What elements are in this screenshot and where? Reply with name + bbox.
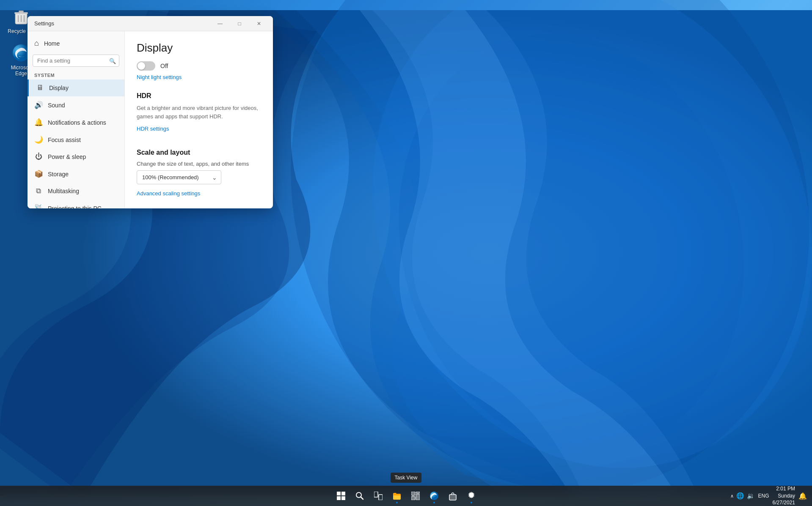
settings-sidebar: ⌂ Home 🔍 System 🖥 Display 🔊 Sound [28,31,125,208]
night-light-status: Off [160,63,168,69]
notification-center-button[interactable]: 🔔 [798,492,807,500]
taskbar-store[interactable] [444,487,461,504]
taskbar: ∧ 🌐 🔉 ENG 2:01 PM Sunday 6/27/2021 🔔 [0,486,812,506]
sidebar-item-display-label: Display [49,85,69,91]
task-view-tooltip: Task View [391,473,422,483]
taskbar-center [333,487,480,504]
sidebar-item-notifications-label: Notifications & actions [48,119,106,126]
task-view-button-wrapper [370,487,387,504]
network-icon[interactable]: 🌐 [736,492,744,500]
taskbar-right: ∧ 🌐 🔉 ENG 2:01 PM Sunday 6/27/2021 🔔 [730,485,812,506]
file-explorer-button-wrapper [388,487,405,504]
sidebar-item-multitasking-label: Multitasking [48,188,79,194]
clock-day: Sunday [773,492,795,500]
window-controls: — □ ✕ [210,16,269,31]
svg-rect-12 [341,492,345,495]
sidebar-item-projecting[interactable]: 📡 Projecting to this PC [28,200,124,208]
svg-rect-6 [19,11,24,12]
expand-tray-icon[interactable]: ∧ [730,493,734,499]
hdr-settings-link[interactable]: HDR settings [137,126,169,132]
storage-icon: 📦 [34,170,43,178]
desktop: Recycle Bin Microsoft Edge [0,0,812,506]
svg-rect-17 [374,492,378,497]
window-titlebar: Settings — □ ✕ [28,16,273,31]
store-button-wrapper [444,487,461,504]
taskbar-widgets[interactable] [407,487,424,504]
task-view-button[interactable] [370,487,387,504]
search-button-wrapper [351,487,368,504]
multitasking-icon: ⧉ [34,187,43,195]
sidebar-home[interactable]: ⌂ Home [28,35,124,52]
home-icon: ⌂ [34,39,39,48]
night-light-toggle[interactable] [137,61,155,71]
taskbar-search-button[interactable] [351,487,368,504]
settings-window: Settings — □ ✕ ⌂ Home 🔍 [28,16,273,208]
settings-active-dot [471,502,472,503]
svg-rect-13 [337,496,341,500]
scale-section: Scale and layout Change the size of text… [137,149,261,205]
maximize-button[interactable]: □ [230,16,249,31]
close-button[interactable]: ✕ [249,16,269,31]
sidebar-section-system: System [28,69,124,79]
minimize-button[interactable]: — [210,16,230,31]
file-explorer-active-dot [396,502,398,503]
clock-date: 6/27/2021 [773,499,795,506]
sidebar-item-focus-assist[interactable]: 🌙 Focus assist [28,131,124,148]
svg-rect-5 [14,12,28,14]
sidebar-home-label: Home [44,40,60,47]
advanced-scaling-link[interactable]: Advanced scaling settings [137,190,200,197]
display-icon: 🖥 [36,84,44,92]
widgets-button-wrapper [407,487,424,504]
sidebar-item-power-sleep[interactable]: ⏻ Power & sleep [28,148,124,165]
svg-rect-20 [411,492,415,495]
page-title: Display [137,41,261,55]
night-light-row: Off [137,61,261,71]
night-light-settings-link[interactable]: Night light settings [137,74,182,80]
power-icon: ⏻ [34,153,43,161]
clock-time: 2:01 PM [773,485,795,492]
sidebar-item-display[interactable]: 🖥 Display [28,79,124,96]
language-indicator[interactable]: ENG [758,493,769,499]
scale-dropdown[interactable]: 100% (Recommended) 125% 150% 175% 200% [137,170,221,184]
sidebar-item-storage-label: Storage [48,171,69,178]
svg-rect-14 [341,496,345,500]
search-icon: 🔍 [109,57,116,64]
edge-active-dot [433,502,435,503]
sidebar-item-sound-label: Sound [48,102,65,109]
hdr-section: HDR Get a brighter and more vibrant pict… [137,92,261,140]
taskbar-clock[interactable]: 2:01 PM Sunday 6/27/2021 [773,485,795,506]
hdr-title: HDR [137,92,261,100]
svg-line-16 [361,497,363,499]
scale-title: Scale and layout [137,149,261,156]
sidebar-search-input[interactable] [33,55,119,67]
sidebar-item-storage[interactable]: 📦 Storage [28,165,124,183]
scale-change-label: Change the size of text, apps, and other… [137,161,261,167]
svg-rect-18 [379,495,383,500]
focus-assist-icon: 🌙 [34,135,43,144]
svg-rect-25 [449,495,456,500]
sidebar-item-notifications[interactable]: 🔔 Notifications & actions [28,114,124,131]
window-title: Settings [34,20,54,27]
sound-icon: 🔊 [34,101,43,109]
volume-icon[interactable]: 🔉 [747,492,755,500]
projecting-icon: 📡 [34,204,43,208]
hdr-description: Get a brighter and more vibrant picture … [137,104,261,120]
svg-rect-22 [416,494,420,500]
svg-rect-23 [411,496,415,500]
svg-rect-11 [337,492,341,495]
sidebar-item-projecting-label: Projecting to this PC [48,205,102,209]
settings-button-wrapper [463,487,480,504]
scale-dropdown-wrapper: 100% (Recommended) 125% 150% 175% 200% [137,170,221,184]
start-button[interactable] [333,487,350,504]
sidebar-item-focus-label: Focus assist [48,137,81,143]
svg-rect-21 [416,492,420,493]
window-content: ⌂ Home 🔍 System 🖥 Display 🔊 Sound [28,31,273,208]
sidebar-item-sound[interactable]: 🔊 Sound [28,96,124,114]
edge-button-wrapper [426,487,443,504]
sidebar-item-multitasking[interactable]: ⧉ Multitasking [28,183,124,200]
settings-main-panel: Display Off Night light settings HDR Get… [125,31,273,208]
toggle-knob [138,62,145,70]
sidebar-item-power-label: Power & sleep [48,153,86,160]
system-tray-icons: ∧ 🌐 🔉 [730,492,755,500]
sidebar-search: 🔍 [33,55,119,67]
